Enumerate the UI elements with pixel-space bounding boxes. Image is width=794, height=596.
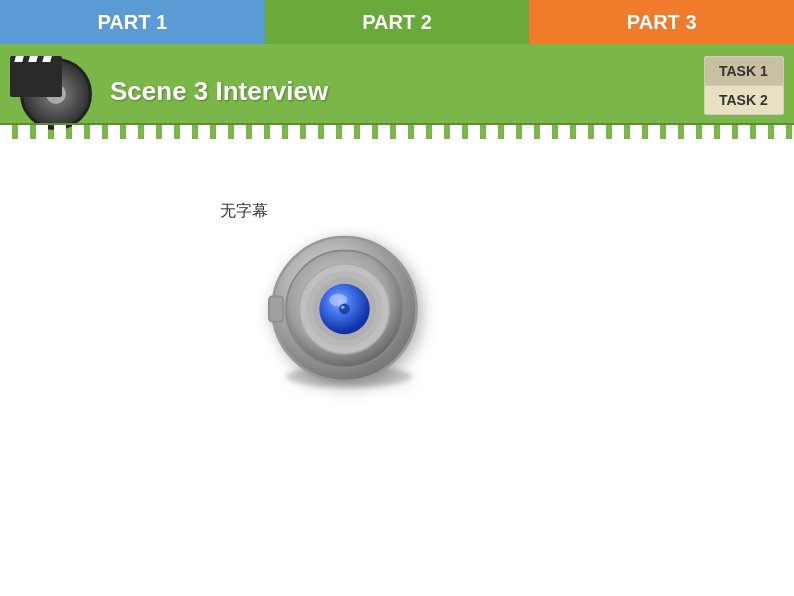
task1-item[interactable]: TASK 1: [705, 57, 783, 86]
tab-part1-label: PART 1: [98, 11, 168, 34]
tab-part1[interactable]: PART 1: [0, 0, 265, 44]
top-navigation: PART 1 PART 2 PART 3: [0, 0, 794, 44]
scene-header: Scene 3 Interview TASK 1 TASK 2: [0, 44, 794, 139]
task-menu: TASK 1 TASK 2: [704, 56, 784, 115]
clapperboard-icon: [10, 52, 65, 97]
tab-part2[interactable]: PART 2: [265, 0, 530, 44]
scene-title: Scene 3 Interview: [110, 76, 784, 107]
task2-item[interactable]: TASK 2: [705, 86, 783, 114]
tab-part3-label: PART 3: [627, 11, 697, 34]
speaker-icon[interactable]: [240, 209, 440, 409]
svg-rect-14: [270, 297, 283, 320]
tab-part3[interactable]: PART 3: [529, 0, 794, 44]
scene-icon: [10, 52, 100, 132]
svg-point-12: [341, 305, 345, 309]
main-content: 无字幕: [0, 139, 794, 596]
tab-part2-label: PART 2: [362, 11, 432, 34]
svg-point-11: [339, 304, 350, 315]
